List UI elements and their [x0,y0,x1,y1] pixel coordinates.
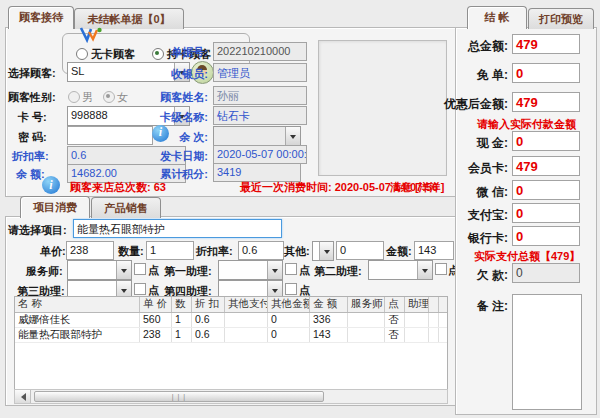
table-row[interactable]: 能量热石眼部特护 238 1 0.6 0 143 否 [15,328,447,343]
tab-product-sale[interactable]: 产品销售 [91,197,161,218]
payment-hint-text: 请输入实际付款金额 [477,117,576,132]
free-field[interactable]: 0 [512,63,580,83]
cash-label: 现 金: [430,135,508,152]
cell-discount: 0.6 [192,313,225,327]
servicer-point-label: 点 [148,263,159,278]
total-field: 479 [512,34,580,54]
cell-name: 能量热石眼部特护 [15,328,140,342]
cell-servicer [348,328,385,342]
visits-stat-text: 顾客来店总次数: 63 [70,180,166,195]
unit-price-label: 单价: [40,244,66,259]
scrollbar-thumb[interactable] [34,391,324,402]
entry-discount-label: 折扣率: [196,244,233,259]
scroll-left-button[interactable] [15,390,31,403]
assistant3-point-checkbox[interactable] [134,283,146,295]
actual-total-text: 实际支付总额【479】 [474,249,580,264]
remaining-times-label: 余 次: [130,130,208,145]
assistant1-point-label: 点 [299,263,310,278]
unit-price-input[interactable]: 238 [66,241,114,260]
chevron-down-icon[interactable] [116,261,131,279]
assistant1-combo-value [219,261,267,279]
assistant1-combo[interactable] [218,260,283,280]
tab-settle[interactable]: 结 帐 [467,6,527,29]
col-other-amount: 其他金额 [268,297,310,312]
discount-rate-label: 折扣率: [12,149,49,164]
tab-print-preview[interactable]: 打印预览 [528,8,594,29]
servicer-label: 服务师: [26,264,63,279]
cell-discount: 0.6 [192,328,225,342]
other-amount-input[interactable]: 0 [336,241,384,260]
items-table: 名 称 单 价 数 折 扣 其他支付 其他金额 金 额 服务师 点 助理 威娜倍… [14,296,448,390]
other-combo[interactable] [312,241,334,261]
qty-input[interactable]: 1 [146,241,194,260]
select-customer-label: 选择顾客: [8,66,56,81]
radio-gender-male[interactable] [68,91,80,103]
entry-discount-input[interactable]: 0.6 [238,241,284,260]
chevron-down-icon[interactable] [319,242,333,260]
bill-no-label: 单据号: [130,45,208,60]
table-row[interactable]: 威娜倍佳长 560 1 0.6 0 336 否 [15,313,447,328]
member-card-input[interactable]: 479 [512,156,580,176]
cell-clipped [429,313,439,327]
assistant2-combo[interactable] [368,260,433,280]
balance-label: 余 额: [16,167,45,182]
card-no-label: 卡 号: [18,110,47,125]
card-level-field: 钻石卡 [213,106,307,125]
cell-amount: 143 [310,328,348,342]
bank-card-input[interactable]: 0 [512,226,580,246]
assistant1-point-checkbox[interactable] [285,263,297,275]
bill-no-field: 202210210000 [213,42,307,61]
servicer-combo[interactable] [67,260,132,280]
info-icon: i [42,176,60,194]
col-price: 单 价 [140,297,172,312]
pos-window: 顾客接待 未结帐单据【0】 无卡顾客 持卡顾客 单据号: 20221021000… [0,0,600,418]
horizontal-scrollbar[interactable] [14,389,448,404]
debt-field: 0 [512,263,580,283]
chevron-down-icon[interactable] [285,127,300,145]
alipay-input[interactable]: 0 [512,203,580,223]
servicer-point-checkbox[interactable] [134,263,146,275]
remaining-times-value [214,127,285,145]
select-item-input[interactable]: 能量热石眼部特护 [73,219,282,238]
remaining-times-combo[interactable] [213,126,301,146]
col-name: 名 称 [15,297,140,312]
tab-customer-reception[interactable]: 顾客接待 [8,6,74,29]
cell-amount: 336 [310,313,348,327]
remark-label: 备 注: [430,298,508,315]
radio-no-card[interactable] [76,48,88,60]
cell-other-amount: 0 [268,313,310,327]
cell-other-pay [225,328,268,342]
radio-no-card-label[interactable]: 无卡顾客 [91,47,135,62]
col-amount: 金 额 [310,297,348,312]
discounted-total-field: 479 [512,92,580,112]
issue-date-label: 发卡日期: [130,149,208,164]
cell-other-amount: 0 [268,328,310,342]
radio-gender-female[interactable] [103,91,115,103]
cell-price: 238 [140,328,172,342]
discounted-total-label: 优惠后金额: [430,96,508,113]
remark-textarea[interactable] [512,294,582,410]
gender-male-label: 男 [82,90,93,105]
entry-amount-label: 金额: [386,244,412,259]
cashier-label: 收银员: [130,67,208,82]
cell-assistant [405,328,429,342]
cell-qty: 1 [172,313,192,327]
assistant4-point-checkbox[interactable] [285,283,297,295]
tab-service-consume[interactable]: 项目消费 [20,196,90,218]
cell-servicer [348,313,385,327]
cash-input[interactable]: 0 [512,131,580,151]
col-assistant: 助理 [405,297,429,312]
col-servicer: 服务师 [348,297,385,312]
bank-card-label: 银行卡: [430,230,508,247]
col-point: 点 [385,297,405,312]
debt-label: 欠 款: [430,267,508,284]
wechat-input[interactable]: 0 [512,180,580,200]
cell-name: 威娜倍佳长 [15,313,140,327]
col-other-pay: 其他支付 [225,297,268,312]
customer-name-label: 顾客姓名: [130,90,208,105]
col-qty: 数 [172,297,192,312]
assistant2-label: 第二助理: [314,264,362,279]
cell-price: 560 [140,313,172,327]
servicer-combo-value [68,261,116,279]
chevron-down-icon[interactable] [267,261,282,279]
